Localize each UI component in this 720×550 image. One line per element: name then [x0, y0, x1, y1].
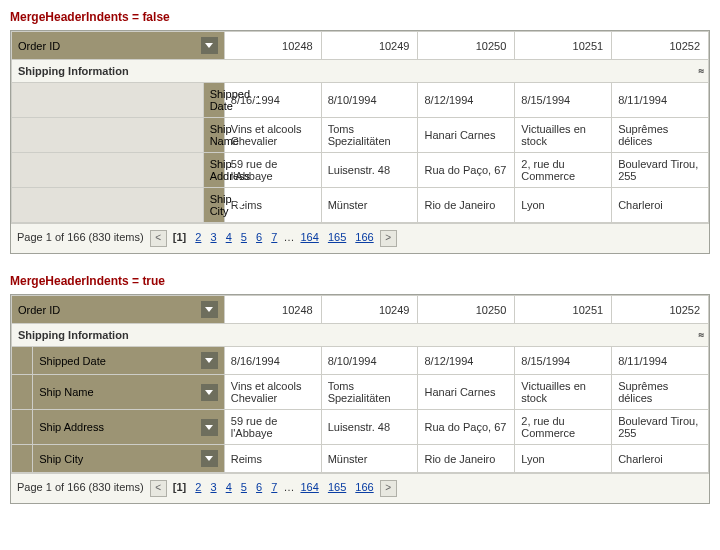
field-ship-address[interactable]: Ship Address [33, 410, 225, 445]
data-cell: Rua do Paço, 67 [418, 410, 515, 445]
example-title-false: MergeHeaderIndents = false [10, 10, 710, 24]
header-row: Order ID 10248 10249 10250 10251 10252 [12, 296, 709, 324]
data-cell: Suprêmes délices [612, 375, 709, 410]
order-cell: 10250 [418, 296, 515, 324]
pager-link-6[interactable]: 6 [256, 231, 262, 243]
data-cell: 8/16/1994 [224, 347, 321, 375]
indent-cell [12, 83, 204, 118]
pager-current: [1] [173, 231, 186, 243]
pager-link-165[interactable]: 165 [328, 231, 346, 243]
chevron-down-icon[interactable] [201, 419, 218, 436]
data-cell: 8/12/1994 [418, 83, 515, 118]
chevron-down-icon[interactable] [201, 37, 218, 54]
pager-link-7[interactable]: 7 [271, 481, 277, 493]
pager-link-2[interactable]: 2 [195, 481, 201, 493]
table-row: Ship City Reims Münster Rio de Janeiro L… [12, 445, 709, 473]
order-cell: 10251 [515, 296, 612, 324]
field-shipped-date[interactable]: Shipped Date [33, 347, 225, 375]
field-ship-name[interactable]: Ship Name [203, 118, 224, 153]
order-cell: 10248 [224, 32, 321, 60]
indent-cell [12, 118, 204, 153]
pager-link-4[interactable]: 4 [226, 481, 232, 493]
data-cell: Vins et alcools Chevalier [224, 375, 321, 410]
pager-link-7[interactable]: 7 [271, 231, 277, 243]
chevron-down-icon[interactable] [201, 384, 218, 401]
data-cell: Lyon [515, 188, 612, 223]
order-cell: 10249 [321, 32, 418, 60]
pager-link-165[interactable]: 165 [328, 481, 346, 493]
col-order-id[interactable]: Order ID [12, 32, 225, 60]
data-cell: 8/10/1994 [321, 83, 418, 118]
example-title-true: MergeHeaderIndents = true [10, 274, 710, 288]
pager-link-5[interactable]: 5 [241, 481, 247, 493]
pager-link-2[interactable]: 2 [195, 231, 201, 243]
pager-link-166[interactable]: 166 [355, 231, 373, 243]
chevron-down-icon[interactable] [201, 301, 218, 318]
data-cell: Suprêmes délices [612, 118, 709, 153]
col-order-id-label: Order ID [18, 304, 60, 316]
data-cell: Toms Spezialitäten [321, 375, 418, 410]
table-row: Ship Address 59 rue de l'Abbaye Luisenst… [12, 153, 709, 188]
pager-current: [1] [173, 481, 186, 493]
pager: Page 1 of 166 (830 items) < [1] 2 3 4 5 … [11, 473, 709, 503]
chevron-down-icon[interactable] [201, 352, 218, 369]
order-cell: 10250 [418, 32, 515, 60]
data-cell: 8/15/1994 [515, 347, 612, 375]
group-header-shipping[interactable]: Shipping Information ≈ [12, 324, 709, 347]
pager-link-6[interactable]: 6 [256, 481, 262, 493]
field-ship-city[interactable]: Ship City [203, 188, 224, 223]
pager-link-164[interactable]: 164 [300, 231, 318, 243]
chevron-down-icon[interactable] [201, 450, 218, 467]
data-cell: Rua do Paço, 67 [418, 153, 515, 188]
order-cell: 10252 [612, 296, 709, 324]
collapse-icon[interactable]: ≈ [698, 65, 702, 76]
order-cell: 10248 [224, 296, 321, 324]
field-label: Ship Address [39, 421, 104, 433]
indent-cell [12, 347, 33, 375]
order-cell: 10249 [321, 296, 418, 324]
table-row: Shipped Date 8/16/1994 8/10/1994 8/12/19… [12, 347, 709, 375]
data-cell: Vins et alcools Chevalier [224, 118, 321, 153]
pager-link-5[interactable]: 5 [241, 231, 247, 243]
order-cell: 10251 [515, 32, 612, 60]
group-header-shipping[interactable]: Shipping Information ≈ [12, 60, 709, 83]
pager-link-4[interactable]: 4 [226, 231, 232, 243]
pager-summary: Page 1 of 166 (830 items) [17, 481, 144, 493]
field-ship-city[interactable]: Ship City [33, 445, 225, 473]
data-cell: Boulevard Tirou, 255 [612, 410, 709, 445]
data-cell: 2, rue du Commerce [515, 410, 612, 445]
group-header-label: Shipping Information [18, 65, 129, 77]
data-cell: 8/15/1994 [515, 83, 612, 118]
indent-cell [12, 445, 33, 473]
pager-link-3[interactable]: 3 [210, 231, 216, 243]
pager-prev-button[interactable]: < [150, 480, 167, 497]
data-cell: 59 rue de l'Abbaye [224, 410, 321, 445]
indent-cell [12, 410, 33, 445]
pager-link-166[interactable]: 166 [355, 481, 373, 493]
pager-next-button[interactable]: > [380, 480, 397, 497]
pager: Page 1 of 166 (830 items) < [1] 2 3 4 5 … [11, 223, 709, 253]
field-label: Ship City [210, 193, 232, 217]
data-cell: Münster [321, 188, 418, 223]
data-cell: Rio de Janeiro [418, 445, 515, 473]
pager-ellipsis: … [283, 481, 294, 493]
pager-summary: Page 1 of 166 (830 items) [17, 231, 144, 243]
table-row: Shipped Date 8/16/1994 8/10/1994 8/12/19… [12, 83, 709, 118]
pager-link-3[interactable]: 3 [210, 481, 216, 493]
pager-next-button[interactable]: > [380, 230, 397, 247]
data-cell: Toms Spezialitäten [321, 118, 418, 153]
indent-cell [12, 375, 33, 410]
data-cell: 8/11/1994 [612, 347, 709, 375]
data-cell: Hanari Carnes [418, 375, 515, 410]
data-cell: Victuailles en stock [515, 375, 612, 410]
col-order-id[interactable]: Order ID [12, 296, 225, 324]
field-shipped-date[interactable]: Shipped Date [203, 83, 224, 118]
field-ship-address[interactable]: Ship Address [203, 153, 224, 188]
pager-prev-button[interactable]: < [150, 230, 167, 247]
header-row: Order ID 10248 10249 10250 10251 10252 [12, 32, 709, 60]
collapse-icon[interactable]: ≈ [698, 329, 702, 340]
pager-link-164[interactable]: 164 [300, 481, 318, 493]
table-row: Ship Address 59 rue de l'Abbaye Luisenst… [12, 410, 709, 445]
field-ship-name[interactable]: Ship Name [33, 375, 225, 410]
data-cell: 8/11/1994 [612, 83, 709, 118]
